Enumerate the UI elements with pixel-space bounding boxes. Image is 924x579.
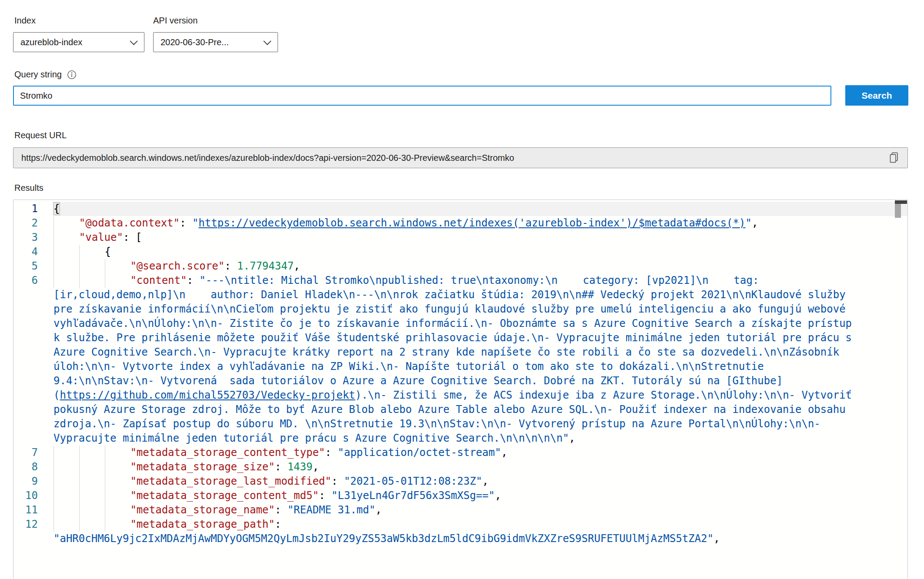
chevron-down-icon bbox=[263, 37, 271, 47]
code-token: , bbox=[713, 532, 720, 545]
line-number: 4 bbox=[13, 245, 38, 259]
code-token: "application/octet-stream" bbox=[338, 446, 501, 459]
indent-guide bbox=[54, 273, 79, 288]
indent-guide bbox=[79, 245, 105, 259]
line-number: 5 bbox=[13, 259, 38, 273]
results-label: Results bbox=[14, 183, 44, 193]
api-version-label: API version bbox=[153, 16, 198, 26]
code-token: "value" bbox=[79, 231, 123, 243]
code-token: : bbox=[319, 489, 331, 502]
line-number: 10 bbox=[13, 489, 38, 503]
code-token: , bbox=[375, 504, 382, 516]
code-token: { bbox=[54, 203, 60, 215]
request-url-label: Request URL bbox=[14, 130, 67, 140]
line-content: "metadata_storage_size": 1439, bbox=[54, 460, 858, 474]
line-number: 12 bbox=[13, 517, 38, 532]
code-token: : [ bbox=[123, 231, 142, 243]
line-content: "metadata_storage_content_md5": "L31yeLn… bbox=[54, 489, 858, 503]
line-content: { bbox=[54, 245, 858, 259]
code-token: , bbox=[294, 260, 300, 272]
indent-guide bbox=[79, 273, 105, 288]
chevron-down-icon bbox=[130, 37, 138, 47]
line-content: { bbox=[54, 202, 858, 216]
code-line: 4{ bbox=[13, 245, 907, 259]
line-number: 3 bbox=[13, 230, 38, 245]
indent-guide bbox=[54, 517, 79, 532]
indent-guide bbox=[54, 474, 79, 489]
line-number: 9 bbox=[13, 474, 38, 489]
indent-guide bbox=[79, 474, 105, 489]
code-token: , bbox=[312, 461, 318, 473]
indent-guide bbox=[79, 489, 105, 503]
code-token: "---\ntitle: Michal Stromko\npublished: … bbox=[54, 274, 858, 401]
code-token: "@odata.context" bbox=[79, 217, 180, 229]
line-content: "metadata_storage_content_type": "applic… bbox=[54, 446, 858, 460]
indent-guide bbox=[54, 503, 79, 517]
line-content: "value": [ bbox=[54, 230, 858, 245]
code-link[interactable]: https://github.com/michal552703/Vedecky-… bbox=[60, 389, 355, 401]
indent-guide bbox=[54, 230, 79, 245]
scrollbar-thumb[interactable] bbox=[895, 204, 901, 218]
line-content: "metadata_storage_last_modified": "2021-… bbox=[54, 474, 858, 489]
code-token: : bbox=[331, 475, 344, 487]
code-token: "metadata_storage_size" bbox=[130, 461, 275, 473]
line-number: 2 bbox=[13, 216, 38, 230]
code-token: "L31yeLn4Gr7dF56x3SmXSg==" bbox=[331, 489, 495, 502]
code-token: "metadata_storage_content_md5" bbox=[130, 489, 318, 502]
editor-scrollbar[interactable] bbox=[895, 200, 907, 579]
info-icon[interactable] bbox=[67, 70, 77, 80]
indent-guide bbox=[105, 489, 131, 503]
line-number: 1 bbox=[13, 202, 38, 216]
line-content: "aHR0cHM6Ly9jc2IxMDAzMjAwMDYyOGM5M2QyLmJ… bbox=[54, 532, 858, 546]
code-line: 11"metadata_storage_name": "README 31.md… bbox=[13, 503, 907, 517]
indent-guide bbox=[105, 273, 131, 288]
code-token: "metadata_storage_last_modified" bbox=[130, 475, 331, 487]
indent-guide bbox=[105, 517, 131, 532]
index-label: Index bbox=[14, 16, 36, 26]
code-line: 12"metadata_storage_path": bbox=[13, 517, 907, 532]
code-token: "2021-05-01T12:08:23Z" bbox=[344, 475, 482, 487]
indent-guide bbox=[54, 489, 79, 503]
line-number: 7 bbox=[13, 446, 38, 460]
code-line: 9"metadata_storage_last_modified": "2021… bbox=[13, 474, 907, 489]
line-content: "metadata_storage_path": bbox=[54, 517, 858, 532]
code-token: , bbox=[482, 475, 489, 487]
indent-guide bbox=[105, 503, 131, 517]
indent-guide bbox=[105, 460, 131, 474]
line-content: "@odata.context": "https://vedeckydemobl… bbox=[54, 216, 858, 230]
search-button[interactable]: Search bbox=[845, 85, 908, 106]
code-line: 2"@odata.context": "https://vedeckydemob… bbox=[13, 216, 907, 230]
index-select[interactable]: azureblob-index bbox=[13, 32, 144, 52]
indent-guide bbox=[79, 503, 105, 517]
code-token: : bbox=[275, 518, 281, 530]
code-line: 8"metadata_storage_size": 1439, bbox=[13, 460, 907, 474]
code-token: 1439 bbox=[288, 461, 313, 473]
request-url-box: https://vedeckydemoblob.search.windows.n… bbox=[13, 147, 908, 168]
code-token: : bbox=[325, 446, 338, 459]
code-token: , bbox=[495, 489, 501, 502]
indent-guide bbox=[79, 460, 105, 474]
query-string-input[interactable] bbox=[13, 86, 831, 106]
indent-guide bbox=[79, 259, 105, 273]
code-token: : bbox=[224, 260, 237, 272]
query-string-label: Query string bbox=[14, 70, 62, 80]
search-explorer-page: { "colors": { "accent": "#1184d6", "key"… bbox=[0, 0, 924, 579]
code-token: "aHR0cHM6Ly9jc2IxMDAzMjAwMDYyOGM5M2QyLmJ… bbox=[54, 532, 713, 545]
code-token: : bbox=[187, 274, 199, 286]
line-number: 11 bbox=[13, 503, 38, 517]
code-token: " bbox=[745, 217, 751, 229]
line-content: "@search.score": 1.7794347, bbox=[54, 259, 858, 273]
code-line: "aHR0cHM6Ly9jc2IxMDAzMjAwMDYyOGM5M2QyLmJ… bbox=[13, 532, 907, 546]
code-token: , bbox=[752, 217, 758, 229]
results-editor[interactable]: 1{2"@odata.context": "https://vedeckydem… bbox=[13, 200, 908, 579]
code-token: , bbox=[501, 446, 507, 459]
copy-button[interactable] bbox=[887, 150, 901, 165]
code-token: : bbox=[275, 504, 288, 516]
api-version-select[interactable]: 2020-06-30-Pre... bbox=[153, 32, 278, 52]
request-url-value: https://vedeckydemoblob.search.windows.n… bbox=[21, 153, 887, 163]
indent-guide bbox=[54, 245, 79, 259]
index-select-value: azureblob-index bbox=[20, 37, 82, 47]
indent-guide bbox=[54, 446, 79, 460]
code-link[interactable]: https://vedeckydemoblob.search.windows.n… bbox=[198, 217, 745, 229]
line-number: 6 bbox=[13, 273, 38, 288]
